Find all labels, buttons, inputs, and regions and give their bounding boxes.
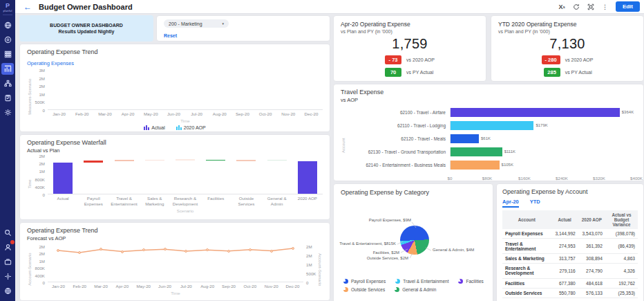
x-tick: General & Admin	[262, 196, 292, 207]
table-cell: 677,380	[551, 278, 578, 288]
y-tick: 2M	[306, 244, 312, 248]
search-icon[interactable]	[1, 227, 14, 239]
x-tick: May-20	[140, 111, 162, 117]
y-axis-ticks: 3M2M2M1M500K0	[32, 70, 48, 110]
x-tick: $160K	[518, 176, 531, 181]
x-tick: Sales & Marketing	[140, 196, 170, 207]
legend-label: Payroll Expenses	[351, 279, 386, 284]
column-header: Actual	[551, 210, 578, 229]
dashboards-icon[interactable]	[1, 63, 14, 75]
y-tick: 400K	[35, 184, 45, 189]
refresh-icon[interactable]	[573, 3, 580, 10]
more-menu-icon[interactable]: ⋮	[602, 3, 608, 10]
y-tick: 0	[306, 280, 308, 285]
back-arrow-icon[interactable]: ←	[23, 3, 32, 11]
waterfall-bar	[236, 160, 256, 161]
x-tick: Feb-20	[69, 284, 91, 289]
hbar-row: 62130 - Travel - Ground Transportation$1…	[346, 145, 636, 158]
pie-legend: Payroll ExpensesTravel & EntertainmentFa…	[343, 279, 484, 292]
pie-label-payroll: Payroll Expenses, $9M	[353, 218, 411, 222]
grid-icon[interactable]	[1, 48, 14, 60]
settings-icon[interactable]	[1, 271, 14, 282]
legend-label: Travel & Entertainment	[403, 279, 448, 284]
legend-item-facilities[interactable]: Facilities	[458, 279, 483, 284]
hbar-bar	[451, 121, 533, 130]
legend-item-outside-services[interactable]: Outside Services	[343, 287, 385, 292]
legend-item-2020-aop[interactable]: 2020 AOP	[176, 125, 206, 130]
table-row: Payroll Expenses3,144,9923,543,070(398,0…	[502, 229, 638, 239]
reset-link[interactable]: Reset	[164, 33, 177, 38]
notifications-icon[interactable]	[1, 241, 14, 253]
legend-label: Actual	[151, 125, 164, 130]
hbar-value-label: $111K	[504, 149, 515, 154]
legend-item-payroll-expenses[interactable]: Payroll Expenses	[343, 279, 386, 284]
pie-label-travel: Travel & Entertainment, $815K	[335, 241, 396, 246]
gear-icon[interactable]	[1, 107, 14, 118]
substitution-variables-icon[interactable]: Xs	[559, 3, 565, 10]
x-tick: $400K	[630, 176, 643, 181]
table-cell: 19,528	[605, 298, 638, 301]
kpi-cards-row: Apr-20 Operating Expensevs Plan and PY (…	[333, 15, 644, 82]
kpi-subtitle: vs Plan and PY (in '000)	[341, 29, 479, 34]
help-globe-icon[interactable]	[1, 285, 14, 297]
hbar-bar	[451, 161, 500, 170]
x-tick: Mar-20	[93, 111, 116, 117]
legend-item-travel-entertainment[interactable]: Travel & Entertainment	[395, 279, 448, 284]
legend-item-actual[interactable]: Actual	[144, 125, 164, 130]
y-tick: 2M	[39, 161, 45, 166]
tab-apr-20[interactable]: Apr-20	[502, 199, 519, 208]
table-cell: 4,326	[605, 264, 638, 278]
waterfall-column	[200, 156, 231, 194]
hbar-track: $61K	[450, 134, 636, 143]
line-marker	[227, 250, 230, 253]
legend-item-general-admin[interactable]: General & Admin	[395, 287, 436, 292]
line-marker	[100, 248, 102, 250]
waterfall-column	[170, 156, 200, 194]
legend-pie-icon	[395, 287, 399, 292]
table-row: Sales & Marketing313,757308,8944,863	[502, 253, 638, 263]
target-icon[interactable]	[1, 34, 14, 46]
x-tick: Apr-20	[111, 284, 133, 289]
legend-label: Outside Services	[351, 287, 385, 292]
table-cell: 308,894	[578, 253, 605, 263]
table-tabs: Apr-20YTD	[502, 199, 638, 208]
x-tick: Jan-20	[48, 284, 69, 289]
table-cell: 484,618	[578, 278, 605, 288]
y-axis-label: Account	[341, 106, 346, 185]
hierarchy-icon[interactable]	[1, 77, 14, 89]
globe-icon[interactable]	[1, 19, 14, 31]
table-cell: 313,757	[551, 253, 578, 263]
waterfall-column	[262, 156, 292, 194]
operating-expenses-link[interactable]: Operating Expenses	[27, 60, 74, 66]
y-axis-ticks: 2M2M1M800K400K0	[32, 156, 48, 194]
clipboard-icon[interactable]	[1, 92, 14, 104]
x-tick: Outside Services	[231, 196, 261, 207]
x-axis-ticks: Jan-20Feb-20Mar-20Apr-20May-20Jun-20Jul-…	[48, 284, 303, 289]
edit-button[interactable]: Edit	[616, 1, 640, 12]
hbar-row: 62120 - Travel - Meals$61K	[346, 132, 636, 145]
filter-bar: BUDGET OWNER DASHBOARD Results Updated N…	[19, 15, 330, 42]
x-tick: Travel & Entertainment	[108, 196, 139, 207]
x-axis-label: Scenario	[48, 208, 323, 213]
y-tick: 500K	[35, 100, 45, 104]
kpi-delta-badge: 285	[544, 68, 560, 77]
kpi-delta-label: vs 2020 AOP	[406, 57, 435, 62]
category-pie-chart	[400, 226, 429, 255]
x-tick: Jan-20	[48, 111, 70, 117]
top-app-bar: ← Budget Owner Dashboard Xs ⋮ Edit	[15, 0, 644, 14]
waterfall-bar	[298, 161, 317, 194]
briefcase-icon[interactable]	[1, 256, 14, 268]
waterfall-bar	[176, 159, 195, 161]
legend-label: Facilities	[466, 279, 483, 284]
y-tick: 2M	[39, 154, 45, 158]
tab-ytd[interactable]: YTD	[530, 199, 540, 208]
y-tick: 400K	[35, 273, 45, 277]
waterfall-plot	[48, 156, 323, 194]
x-axis-ticks: Jan-20Feb-20Mar-20Apr-20May-20Jun-20Jul-…	[48, 111, 323, 117]
department-dropdown[interactable]: 200 - Marketing ▾	[164, 19, 229, 28]
kpi-delta-label: vs PY Actual	[406, 70, 435, 75]
chart-subtitle: Forecast vs AOP	[27, 235, 323, 241]
y-tick: 1M	[39, 91, 45, 96]
line-marker	[164, 248, 167, 250]
fullscreen-icon[interactable]	[587, 3, 594, 10]
